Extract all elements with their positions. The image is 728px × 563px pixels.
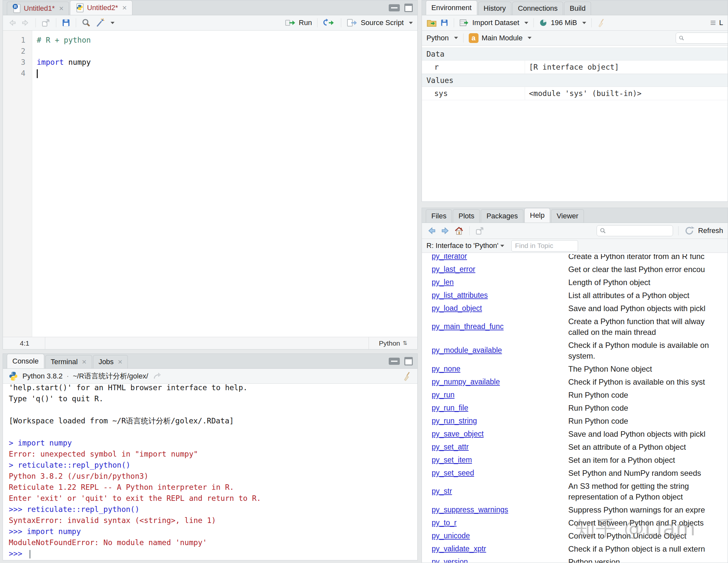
show-in-new-window-icon[interactable]: [41, 18, 51, 27]
help-link[interactable]: py_version: [432, 557, 568, 563]
find-icon[interactable]: [81, 18, 91, 28]
back-icon[interactable]: [7, 19, 17, 27]
help-link[interactable]: py_iterator: [432, 254, 568, 261]
source-script-button[interactable]: Source Script: [361, 19, 404, 27]
help-link[interactable]: py_numpy_available: [432, 378, 568, 386]
import-dataset-icon: [459, 18, 469, 27]
help-link[interactable]: py_to_r: [432, 518, 568, 527]
help-row: py_list_attributesList all attributes of…: [422, 289, 728, 302]
help-link[interactable]: py_save_object: [432, 430, 568, 438]
chevron-down-icon[interactable]: [454, 37, 458, 39]
find-in-topic-input[interactable]: [515, 242, 574, 249]
help-link[interactable]: py_validate_xptr: [432, 544, 568, 553]
run-icon[interactable]: [285, 18, 296, 27]
tab-connections[interactable]: Connections: [512, 2, 563, 15]
tab-untitled2[interactable]: Untitled2* ×: [70, 0, 132, 15]
help-link[interactable]: py_main_thread_func: [432, 322, 568, 331]
tab-terminal[interactable]: Terminal ×: [45, 355, 92, 369]
code-tools-wand-icon[interactable]: [94, 18, 105, 28]
console-prompt-line[interactable]: >>>: [9, 548, 417, 559]
help-back-icon[interactable]: [426, 226, 437, 235]
tab-environment[interactable]: Environment: [426, 0, 477, 15]
find-in-topic-box[interactable]: [511, 240, 578, 251]
help-desc: List all attributes of a Python object: [568, 290, 728, 301]
console-output[interactable]: 'help.start()' for an HTML browser inter…: [3, 384, 417, 560]
close-icon[interactable]: ×: [122, 3, 127, 12]
maximize-pane-icon[interactable]: [404, 4, 413, 12]
help-link[interactable]: py_load_object: [432, 304, 568, 313]
chevron-down-icon[interactable]: [528, 37, 532, 39]
help-desc: An S3 method for getting the string repr…: [568, 481, 728, 502]
memory-usage-label[interactable]: 196 MiB: [551, 19, 577, 27]
help-link[interactable]: py_suppress_warnings: [432, 505, 568, 514]
share-arrow-icon[interactable]: [152, 372, 162, 381]
help-desc: Convert between Python and R objects: [568, 517, 728, 528]
tab-build[interactable]: Build: [564, 2, 591, 15]
rerun-icon[interactable]: [323, 18, 336, 27]
code-editor[interactable]: 1 2 3 4 # R + python import numpy: [3, 31, 417, 337]
forward-icon[interactable]: [20, 19, 30, 27]
module-selector[interactable]: Main Module: [482, 34, 523, 42]
tab-packages[interactable]: Packages: [481, 209, 523, 222]
help-desc: Set an item for a Python object: [568, 455, 728, 465]
open-workspace-folder-icon[interactable]: [426, 18, 437, 27]
clear-objects-broom-icon[interactable]: [597, 18, 606, 28]
help-link[interactable]: py_set_seed: [432, 469, 568, 477]
help-link[interactable]: py_last_error: [432, 265, 568, 274]
help-link[interactable]: py_run: [432, 391, 568, 399]
refresh-icon[interactable]: [684, 225, 695, 236]
minimize-pane-icon[interactable]: [389, 4, 400, 11]
save-workspace-icon[interactable]: [440, 19, 449, 27]
help-link[interactable]: py_set_item: [432, 456, 568, 464]
environment-object-table: Data r [R interface object] Values sys <…: [422, 46, 728, 100]
tab-viewer[interactable]: Viewer: [551, 209, 584, 222]
list-view-icon[interactable]: ≡: [710, 17, 716, 28]
help-forward-icon[interactable]: [440, 226, 451, 235]
import-dataset-button[interactable]: Import Dataset: [472, 19, 519, 27]
chevron-down-icon[interactable]: [409, 22, 413, 24]
close-icon[interactable]: ×: [82, 357, 87, 367]
close-icon[interactable]: ×: [118, 357, 122, 367]
help-link[interactable]: py_run_file: [432, 404, 568, 412]
help-link[interactable]: py_len: [432, 278, 568, 287]
refresh-button[interactable]: Refresh: [698, 226, 723, 235]
help-link[interactable]: py_none: [432, 365, 568, 373]
topic-selector[interactable]: R: Interface to 'Python': [426, 241, 504, 250]
console-line: > import numpy: [9, 437, 417, 449]
help-link[interactable]: py_list_attributes: [432, 291, 568, 300]
object-row-r[interactable]: r [R interface object]: [422, 60, 728, 74]
language-mode-selector[interactable]: Python ⇅: [369, 337, 417, 349]
tab-untitled1[interactable]: R Untitled1* ×: [7, 2, 69, 15]
object-row-sys[interactable]: sys <module 'sys' (built-in)>: [422, 87, 728, 100]
help-link[interactable]: py_unicode: [432, 531, 568, 540]
minimize-pane-icon[interactable]: [389, 358, 400, 365]
tab-plots[interactable]: Plots: [453, 209, 480, 222]
help-link[interactable]: py_module_available: [432, 346, 568, 355]
tab-jobs[interactable]: Jobs ×: [93, 355, 128, 369]
module-badge: a: [469, 33, 479, 43]
chevron-down-icon[interactable]: [582, 22, 586, 24]
tab-files[interactable]: Files: [426, 209, 452, 222]
help-link[interactable]: py_run_string: [432, 417, 568, 425]
show-in-new-window-icon[interactable]: [475, 226, 485, 235]
help-home-icon[interactable]: [454, 226, 464, 235]
help-search-input[interactable]: [608, 227, 670, 234]
chevron-down-icon[interactable]: [524, 22, 528, 24]
maximize-pane-icon[interactable]: [404, 357, 413, 366]
environment-search[interactable]: [676, 33, 728, 44]
help-search[interactable]: [597, 225, 673, 236]
help-link[interactable]: py_str: [432, 487, 568, 496]
close-icon[interactable]: ×: [59, 4, 63, 13]
save-icon[interactable]: [61, 18, 71, 27]
environment-language-selector[interactable]: Python: [426, 34, 449, 42]
tab-history[interactable]: History: [478, 2, 511, 15]
tab-help[interactable]: Help: [524, 208, 550, 222]
tab-console[interactable]: Console: [7, 354, 44, 369]
clear-console-broom-icon[interactable]: [402, 371, 412, 382]
source-script-icon[interactable]: [346, 18, 357, 27]
chevron-down-icon[interactable]: [111, 22, 115, 24]
run-button[interactable]: Run: [299, 19, 312, 27]
help-link[interactable]: py_set_attr: [432, 443, 568, 451]
environment-search-input[interactable]: [686, 34, 728, 42]
help-row: py_set_seedSet Python and NumPy random s…: [422, 466, 728, 479]
